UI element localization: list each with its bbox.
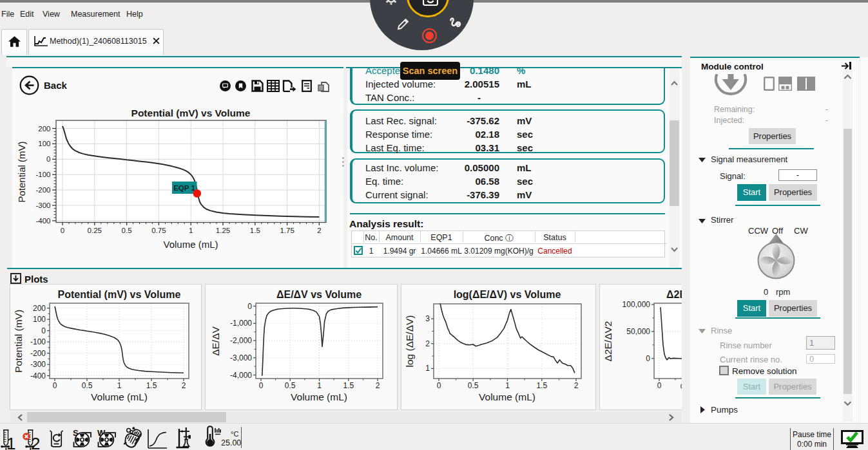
svg-text:0: 0	[41, 326, 46, 335]
svg-text:Potential (mV) vs Volume: Potential (mV) vs Volume	[131, 108, 251, 118]
svg-text:-400: -400	[30, 371, 46, 380]
svg-text:0: 0	[437, 381, 441, 390]
svg-text:-100: -100	[35, 171, 50, 178]
svg-text:1: 1	[117, 381, 122, 390]
svg-text:1: 1	[189, 227, 193, 234]
svg-text:2: 2	[317, 227, 321, 234]
svg-text:2: 2	[182, 381, 186, 390]
svg-text:1.25: 1.25	[216, 227, 230, 234]
svg-text:-400: -400	[35, 217, 50, 225]
svg-text:1.5: 1.5	[250, 227, 260, 234]
svg-text:0.25: 0.25	[88, 227, 102, 234]
svg-text:0: 0	[46, 155, 50, 163]
svg-text:200: 200	[38, 125, 50, 133]
svg-text:-200: -200	[35, 186, 50, 194]
svg-text:log (ΔE/ΔV): log (ΔE/ΔV)	[404, 315, 415, 367]
svg-text:0.75: 0.75	[151, 227, 166, 234]
svg-text:-300: -300	[35, 202, 50, 209]
svg-text:Volume (mL): Volume (mL)	[91, 391, 148, 402]
svg-text:EQP 1: EQP 1	[173, 184, 195, 192]
svg-text:Potential (mV): Potential (mV)	[16, 141, 27, 202]
svg-text:-3,000: -3,000	[230, 353, 252, 362]
svg-text:Potential (mV): Potential (mV)	[13, 310, 24, 373]
svg-text:Volume (mL): Volume (mL)	[163, 239, 218, 250]
svg-text:100,000: 100,000	[622, 300, 651, 309]
svg-text:1.5: 1.5	[146, 381, 157, 390]
svg-text:3: 3	[425, 314, 430, 323]
svg-text:0.5: 0.5	[122, 227, 132, 234]
svg-text:Δ2E/ΔV2: Δ2E/ΔV2	[603, 321, 613, 362]
svg-text:0: 0	[53, 381, 57, 390]
svg-text:1: 1	[505, 381, 510, 390]
svg-text:1: 1	[425, 364, 430, 373]
svg-text:-1,000: -1,000	[230, 319, 252, 328]
svg-text:Δ2E/ΔV2 vs Volume: Δ2E/ΔV2 vs Volume	[666, 289, 682, 300]
svg-text:1.75: 1.75	[280, 227, 294, 234]
svg-text:50,000: 50,000	[626, 327, 650, 336]
svg-text:-4,000: -4,000	[230, 371, 252, 380]
svg-text:Volume (mL): Volume (mL)	[479, 391, 535, 402]
svg-text:100: 100	[33, 315, 46, 324]
svg-text:0: 0	[657, 381, 662, 390]
svg-text:0: 0	[247, 302, 252, 311]
svg-text:100: 100	[38, 140, 50, 147]
svg-text:ΔE/ΔV: ΔE/ΔV	[210, 326, 221, 355]
svg-text:2: 2	[376, 381, 380, 390]
svg-text:1: 1	[317, 381, 322, 390]
svg-text:200: 200	[33, 304, 46, 313]
svg-text:0: 0	[646, 354, 650, 363]
svg-text:-2,000: -2,000	[230, 336, 252, 345]
svg-text:0.5: 0.5	[468, 381, 479, 390]
svg-text:-100: -100	[30, 337, 46, 346]
svg-text:-300: -300	[30, 360, 46, 369]
svg-text:2: 2	[574, 381, 579, 390]
svg-text:log(ΔE/ΔV) vs Volume: log(ΔE/ΔV) vs Volume	[454, 289, 561, 300]
svg-text:0: 0	[61, 227, 64, 234]
svg-text:1.5: 1.5	[343, 381, 354, 390]
svg-text:0.5: 0.5	[285, 381, 296, 390]
svg-text:0: 0	[680, 382, 682, 390]
svg-text:ΔE/ΔV vs Volume: ΔE/ΔV vs Volume	[276, 289, 362, 300]
svg-text:-200: -200	[30, 349, 46, 358]
svg-text:Volume (mL): Volume (mL)	[291, 391, 347, 402]
svg-text:1.5: 1.5	[536, 381, 547, 390]
svg-text:0.5: 0.5	[82, 381, 93, 390]
svg-text:Potential (mV) vs Volume: Potential (mV) vs Volume	[58, 289, 181, 300]
svg-text:0: 0	[259, 381, 264, 390]
svg-text:2: 2	[425, 339, 430, 348]
